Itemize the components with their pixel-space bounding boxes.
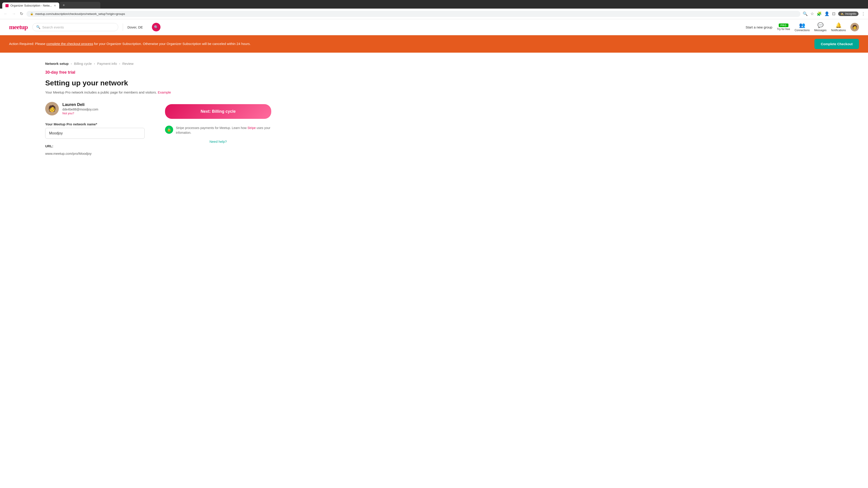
left-column: 🧑 Lauren Deli dde4be88@moodjoy.com Not y… — [45, 102, 151, 163]
stripe-info: 🔒 Stripe processes payments for Meetup. … — [165, 126, 271, 135]
page-title: Setting up your network — [45, 79, 271, 87]
notifications-icon: 🔔 — [835, 22, 842, 28]
incognito-icon: 🕵 — [840, 12, 844, 15]
breadcrumb-sep-3: › — [119, 62, 120, 65]
network-name-label: Your Meetup Pro network name* — [45, 122, 151, 126]
main-content: Network setup › Billing cycle › Payment … — [0, 53, 316, 176]
extensions-icon[interactable]: 🧩 — [817, 11, 822, 16]
content-grid: 🧑 Lauren Deli dde4be88@moodjoy.com Not y… — [45, 102, 271, 163]
site-header: meetup 🔍 Search events Dover, DE 🔍 Start… — [0, 19, 868, 35]
notifications-label: Notifications — [831, 29, 846, 32]
notifications-btn[interactable]: 🔔 Notifications — [831, 22, 846, 32]
network-name-input[interactable] — [45, 128, 145, 139]
browser-chrome: Organizer Subscription - Netw... ✕ + ← →… — [0, 0, 868, 19]
breadcrumb-payment-info: Payment info — [97, 62, 117, 66]
next-btn-label: Next: Billing cycle — [200, 109, 236, 114]
connections-btn[interactable]: 👥 Connections — [795, 22, 810, 32]
url-text: meetup.com/subscription/checkout/pro/net… — [35, 12, 125, 15]
tab-close-btn[interactable]: ✕ — [54, 4, 56, 7]
banner-text: Action Required: Please complete the che… — [9, 41, 251, 46]
stripe-link[interactable]: Stripe — [248, 126, 256, 130]
example-link[interactable]: Example — [158, 90, 171, 94]
banner-text-after: for your Organizer Subscription. Otherwi… — [93, 42, 251, 46]
stripe-text-before: Stripe processes payments for Meetup. Le… — [176, 126, 248, 130]
next-billing-cycle-btn[interactable]: Next: Billing cycle — [165, 104, 271, 119]
bookmark-icon[interactable]: ☆ — [810, 11, 814, 16]
incognito-badge: 🕵 Incognito — [838, 11, 859, 16]
need-help: Need help? — [165, 140, 271, 144]
new-tab-btn[interactable]: + — [60, 2, 100, 8]
messages-icon: 💬 — [817, 22, 824, 28]
browser-search-icon[interactable]: 🔍 — [803, 11, 808, 16]
sidebar-icon[interactable]: ⊡ — [832, 11, 835, 16]
user-avatar-btn[interactable]: 🧑 — [850, 23, 859, 31]
url-display: www.meetup.com/pro/Moodjoy — [45, 150, 151, 157]
breadcrumb: Network setup › Billing cycle › Payment … — [45, 62, 271, 66]
messages-label: Messages — [814, 29, 827, 32]
search-btn-icon: 🔍 — [154, 25, 158, 29]
header-right: Start a new group PRO Try for free 👥 Con… — [746, 22, 859, 32]
lock-symbol: 🔒 — [167, 127, 171, 132]
avatar-icon: 🧑 — [852, 25, 857, 30]
incognito-label: Incognito — [845, 12, 856, 15]
action-banner: Action Required: Please complete the che… — [0, 35, 868, 53]
profile-icon[interactable]: 👤 — [825, 11, 829, 16]
connections-icon: 👥 — [799, 22, 805, 28]
more-options-icon[interactable]: ⋮ — [861, 11, 865, 16]
browser-toolbar-icons: 🔍 ☆ 🧩 👤 ⊡ 🕵 Incognito ⋮ — [803, 11, 865, 16]
page-desc-text: Your Meetup Pro network includes a publi… — [45, 90, 158, 94]
tab-favicon — [5, 4, 8, 7]
right-column: Next: Billing cycle 🔒 Stripe processes p… — [165, 102, 271, 144]
url-label: URL: — [45, 144, 151, 148]
start-group-link[interactable]: Start a new group — [746, 25, 772, 29]
breadcrumb-sep-2: › — [94, 62, 95, 65]
address-bar[interactable]: 🔒 meetup.com/subscription/checkout/pro/n… — [26, 11, 800, 17]
checkout-link[interactable]: complete the checkout process — [46, 42, 93, 46]
pro-try-btn[interactable]: PRO Try for free — [777, 24, 790, 31]
user-email: dde4be88@moodjoy.com — [62, 107, 98, 111]
browser-toolbar: ← → ↻ 🔒 meetup.com/subscription/checkout… — [0, 8, 868, 19]
stripe-text: Stripe processes payments for Meetup. Le… — [176, 126, 271, 135]
need-help-link[interactable]: Need help? — [210, 140, 227, 143]
pro-try-label: Try for free — [777, 28, 790, 31]
not-you-link[interactable]: Not you? — [62, 111, 98, 115]
messages-btn[interactable]: 💬 Messages — [814, 22, 827, 32]
user-info: 🧑 Lauren Deli dde4be88@moodjoy.com Not y… — [45, 102, 151, 116]
pro-badge: PRO — [779, 24, 788, 27]
breadcrumb-network-setup: Network setup — [45, 62, 68, 66]
breadcrumb-billing-cycle: Billing cycle — [74, 62, 92, 66]
site-logo[interactable]: meetup — [9, 24, 28, 31]
user-details: Lauren Deli dde4be88@moodjoy.com Not you… — [62, 102, 98, 115]
url-group: URL: www.meetup.com/pro/Moodjoy — [45, 144, 151, 157]
search-placeholder: Search events — [42, 25, 64, 29]
connections-label: Connections — [795, 29, 810, 32]
user-avatar-icon: 🧑 — [48, 105, 56, 112]
search-bar-container[interactable]: 🔍 Search events — [32, 23, 118, 31]
user-avatar: 🧑 — [45, 102, 59, 116]
search-submit-btn[interactable]: 🔍 — [152, 23, 160, 31]
page-description: Your Meetup Pro network includes a publi… — [45, 90, 271, 95]
complete-checkout-btn[interactable]: Complete Checkout — [814, 39, 859, 49]
breadcrumb-review: Review — [122, 62, 133, 66]
back-btn[interactable]: ← — [3, 11, 8, 17]
banner-text-before: Action Required: Please — [9, 42, 46, 46]
stripe-lock-icon: 🔒 — [165, 126, 173, 134]
lock-icon: 🔒 — [30, 12, 33, 15]
network-name-group: Your Meetup Pro network name* — [45, 122, 151, 139]
user-name: Lauren Deli — [62, 102, 98, 107]
active-tab[interactable]: Organizer Subscription - Netw... ✕ — [2, 2, 59, 8]
tab-title: Organizer Subscription - Netw... — [10, 4, 52, 7]
location-display[interactable]: Dover, DE — [123, 24, 147, 31]
new-tab-icon: + — [63, 3, 65, 7]
refresh-btn[interactable]: ↻ — [19, 10, 24, 17]
search-icon: 🔍 — [36, 25, 40, 29]
trial-label: 30-day free trial — [45, 70, 271, 75]
breadcrumb-sep-1: › — [71, 62, 72, 65]
forward-btn[interactable]: → — [11, 11, 17, 17]
